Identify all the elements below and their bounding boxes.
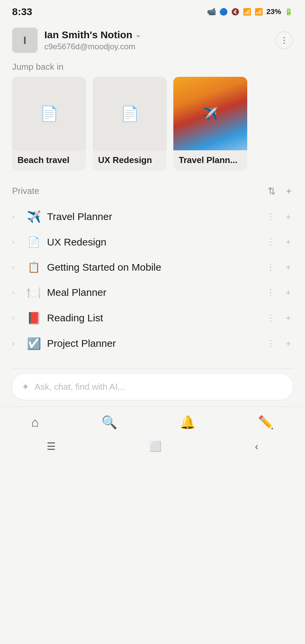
travel-planner-label: Travel Planner <box>47 211 264 222</box>
ai-search-bar[interactable]: ✦ Ask, chat, find with AI... <box>12 374 293 400</box>
workspace-email: c9e5676d@moodjoy.com <box>44 42 141 51</box>
ux-redesign-more-btn[interactable]: ⋮ <box>264 235 277 249</box>
project-planner-add-btn[interactable]: + <box>284 337 293 350</box>
signal-icon: 📶 <box>255 8 263 16</box>
card-ux-redesign-title: UX Redesign <box>98 155 161 165</box>
meal-planner-more-btn[interactable]: ⋮ <box>264 286 277 299</box>
card-ux-redesign-footer: UX Redesign <box>93 150 167 171</box>
bluetooth-icon: 🔵 <box>219 8 228 16</box>
card-beach-travel-title: Beach travel <box>17 155 81 165</box>
travel-planner-more-btn[interactable]: ⋮ <box>264 210 277 223</box>
reading-list-more-btn[interactable]: ⋮ <box>264 312 277 325</box>
status-bar: 8:33 📹 🔵 🔇 📶 📶 23% 🔋 <box>0 0 305 21</box>
recent-cards-scroll: 📄 Beach travel 📄 UX Redesign ✈️ Travel P… <box>0 77 305 181</box>
chevron-right-icon-5: › <box>12 314 21 322</box>
chevron-right-icon: › <box>12 212 21 221</box>
meal-planner-actions: ⋮ + <box>264 286 293 299</box>
travel-planner-add-btn[interactable]: + <box>284 210 293 223</box>
status-time: 8:33 <box>12 6 32 17</box>
private-section-header: Private ⇅ + <box>0 181 305 201</box>
chevron-right-icon-2: › <box>12 238 21 247</box>
battery-icon: 🔋 <box>285 8 293 16</box>
chevron-right-icon-3: › <box>12 263 21 272</box>
reading-list-actions: ⋮ + <box>264 312 293 325</box>
getting-started-label: Getting Started on Mobile <box>47 262 264 273</box>
card-ux-redesign-image: 📄 <box>93 77 167 150</box>
card-beach-travel[interactable]: 📄 Beach travel <box>12 77 86 171</box>
reading-list-icon: 📕 <box>27 311 40 325</box>
ux-redesign-actions: ⋮ + <box>264 235 293 249</box>
card-beach-travel-footer: Beach travel <box>12 150 86 171</box>
avatar[interactable]: I <box>12 28 38 53</box>
bottom-nav-edit[interactable]: ✏️ <box>251 413 280 432</box>
meal-planner-add-btn[interactable]: + <box>284 286 293 299</box>
system-nav-bar: ☰ ⬜ ‹ <box>0 435 305 460</box>
private-actions: ⇅ + <box>266 184 293 198</box>
header: I Ian Smith's Notion ⌄ c9e5676d@moodjoy.… <box>0 21 305 58</box>
project-planner-more-btn[interactable]: ⋮ <box>264 337 277 350</box>
status-icons: 📹 🔵 🔇 📶 📶 23% 🔋 <box>207 7 293 16</box>
more-options-button[interactable]: ⋮ <box>275 32 293 49</box>
getting-started-actions: ⋮ + <box>264 261 293 274</box>
sort-button[interactable]: ⇅ <box>266 184 277 198</box>
project-planner-icon: ☑️ <box>27 337 40 350</box>
reading-list-add-btn[interactable]: + <box>284 312 293 325</box>
mute-icon: 🔇 <box>231 8 239 16</box>
card-travel-planner-image: ✈️ <box>173 77 247 150</box>
doc-icon-2: 📄 <box>121 105 139 122</box>
chevron-right-icon-4: › <box>12 288 21 297</box>
bottom-nav-search[interactable]: 🔍 <box>95 413 124 432</box>
ux-redesign-icon: 📄 <box>27 236 40 248</box>
travel-planner-icon: ✈️ <box>27 210 40 223</box>
ai-search-placeholder: Ask, chat, find with AI... <box>35 382 125 392</box>
header-info: Ian Smith's Notion ⌄ c9e5676d@moodjoy.co… <box>44 29 141 51</box>
getting-started-icon: 📋 <box>27 261 40 273</box>
chevron-right-icon-6: › <box>12 339 21 348</box>
travel-planner-actions: ⋮ + <box>264 210 293 223</box>
nav-item-reading-list[interactable]: › 📕 Reading List ⋮ + <box>0 305 305 331</box>
meal-planner-icon: 🍽️ <box>27 286 40 299</box>
divider <box>12 368 293 369</box>
getting-started-more-btn[interactable]: ⋮ <box>264 261 277 274</box>
doc-icon: 📄 <box>40 105 58 122</box>
bottom-nav: ⌂ 🔍 🔔 ✏️ <box>0 407 305 435</box>
private-label: Private <box>12 186 39 196</box>
system-home-button[interactable]: ⬜ <box>149 440 162 452</box>
getting-started-add-btn[interactable]: + <box>284 261 293 274</box>
add-page-button[interactable]: + <box>285 184 293 198</box>
nav-item-project-planner[interactable]: › ☑️ Project Planner ⋮ + <box>0 331 305 356</box>
card-beach-travel-image: 📄 <box>12 77 86 150</box>
nav-list: › ✈️ Travel Planner ⋮ + › 📄 UX Redesign … <box>0 201 305 363</box>
system-menu-button[interactable]: ☰ <box>47 440 56 452</box>
project-planner-label: Project Planner <box>47 338 264 349</box>
chevron-down-icon: ⌄ <box>135 31 141 39</box>
bell-icon: 🔔 <box>180 415 195 430</box>
ai-sparkle-icon: ✦ <box>21 381 29 392</box>
edit-icon: ✏️ <box>258 415 274 430</box>
card-travel-planner-title: Travel Plann... <box>179 155 242 165</box>
plane-icon: ✈️ <box>203 107 218 121</box>
reading-list-label: Reading List <box>47 312 264 324</box>
system-back-button[interactable]: ‹ <box>255 441 258 452</box>
jump-back-in-label: Jump back in <box>0 58 305 77</box>
bottom-nav-notifications[interactable]: 🔔 <box>173 413 202 432</box>
card-travel-planner[interactable]: ✈️ Travel Plann... <box>173 77 247 171</box>
search-icon: 🔍 <box>101 415 117 430</box>
workspace-name[interactable]: Ian Smith's Notion ⌄ <box>44 29 141 41</box>
bottom-nav-home[interactable]: ⌂ <box>25 413 46 432</box>
wifi-icon: 📶 <box>243 8 251 16</box>
nav-item-travel-planner[interactable]: › ✈️ Travel Planner ⋮ + <box>0 204 305 229</box>
camera-icon: 📹 <box>207 7 216 16</box>
nav-item-meal-planner[interactable]: › 🍽️ Meal Planner ⋮ + <box>0 280 305 305</box>
project-planner-actions: ⋮ + <box>264 337 293 350</box>
card-travel-planner-footer: Travel Plann... <box>173 150 247 171</box>
home-icon: ⌂ <box>31 415 39 430</box>
nav-item-getting-started[interactable]: › 📋 Getting Started on Mobile ⋮ + <box>0 255 305 280</box>
battery-label: 23% <box>266 7 281 16</box>
nav-item-ux-redesign[interactable]: › 📄 UX Redesign ⋮ + <box>0 229 305 255</box>
meal-planner-label: Meal Planner <box>47 287 264 298</box>
header-left: I Ian Smith's Notion ⌄ c9e5676d@moodjoy.… <box>12 28 141 53</box>
card-ux-redesign[interactable]: 📄 UX Redesign <box>93 77 167 171</box>
ux-redesign-add-btn[interactable]: + <box>284 235 293 249</box>
ux-redesign-label: UX Redesign <box>47 236 264 248</box>
